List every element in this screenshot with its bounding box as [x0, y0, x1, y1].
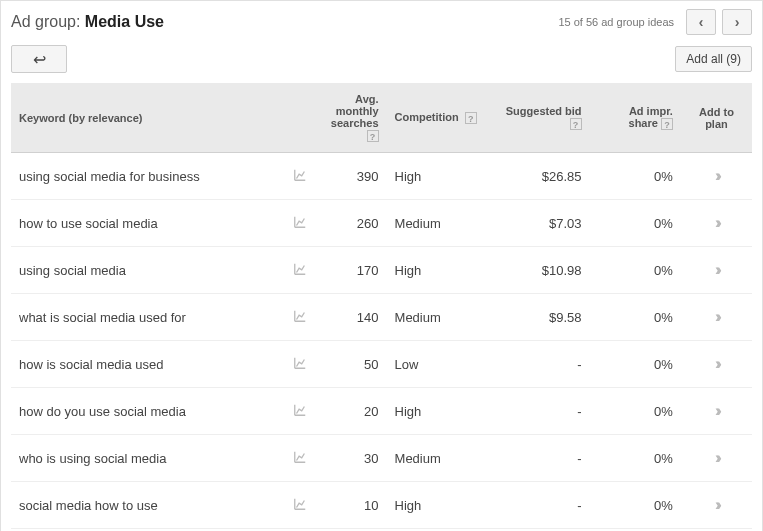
bid-cell: $9.58: [488, 294, 590, 341]
add-all-button[interactable]: Add all (9): [675, 46, 752, 72]
table-row: what is social media used for140Medium$9…: [11, 294, 752, 341]
share-cell: 0%: [590, 435, 681, 482]
competition-cell: High: [387, 482, 489, 529]
competition-cell: Medium: [387, 435, 489, 482]
chevron-left-icon: ‹: [699, 14, 704, 30]
bid-cell: -: [488, 435, 590, 482]
table-row: how is social media used50Low-0%››: [11, 341, 752, 388]
searches-cell: 170: [316, 247, 387, 294]
add-to-plan-button[interactable]: ››: [715, 355, 718, 372]
bid-cell: -: [488, 341, 590, 388]
keyword-cell: how do you use social media: [11, 388, 285, 435]
back-arrow-icon: ↩: [33, 50, 46, 69]
keyword-cell: social media how to use: [11, 482, 285, 529]
table-row: how do you use social media20High-0%››: [11, 388, 752, 435]
bid-cell: -: [488, 482, 590, 529]
table-row: who is using social media30Medium-0%››: [11, 435, 752, 482]
col-header-chart: [285, 83, 315, 153]
searches-cell: 30: [316, 435, 387, 482]
share-cell: 0%: [590, 200, 681, 247]
keyword-cell: what is social media used for: [11, 294, 285, 341]
searches-cell: 140: [316, 294, 387, 341]
add-to-plan-button[interactable]: ››: [715, 449, 718, 466]
help-icon[interactable]: ?: [465, 112, 477, 124]
add-to-plan-button[interactable]: ››: [715, 167, 718, 184]
chart-icon[interactable]: [293, 215, 307, 229]
help-icon[interactable]: ?: [367, 130, 379, 142]
col-header-share[interactable]: Ad impr. share?: [590, 83, 681, 153]
searches-cell: 260: [316, 200, 387, 247]
add-to-plan-button[interactable]: ››: [715, 402, 718, 419]
chart-icon[interactable]: [293, 497, 307, 511]
col-header-add: Add to plan: [681, 83, 752, 153]
competition-cell: High: [387, 388, 489, 435]
keyword-cell: using social media for business: [11, 153, 285, 200]
keyword-cell: who is using social media: [11, 435, 285, 482]
table-row: using social media for business390High$2…: [11, 153, 752, 200]
bid-cell: $26.85: [488, 153, 590, 200]
searches-cell: 20: [316, 388, 387, 435]
title-prefix: Ad group:: [11, 13, 80, 30]
bid-cell: $7.03: [488, 200, 590, 247]
table-row: how to use social media260Medium$7.030%›…: [11, 200, 752, 247]
share-cell: 0%: [590, 341, 681, 388]
keyword-cell: how to use social media: [11, 200, 285, 247]
chart-icon[interactable]: [293, 309, 307, 323]
help-icon[interactable]: ?: [661, 118, 673, 130]
searches-cell: 390: [316, 153, 387, 200]
col-header-bid[interactable]: Suggested bid ?: [488, 83, 590, 153]
prev-button[interactable]: ‹: [686, 9, 716, 35]
chevron-right-icon: ›: [735, 14, 740, 30]
col-header-keyword[interactable]: Keyword (by relevance): [11, 83, 285, 153]
keyword-cell: how is social media used: [11, 341, 285, 388]
back-button[interactable]: ↩: [11, 45, 67, 73]
competition-cell: Medium: [387, 294, 489, 341]
keyword-table: Keyword (by relevance) Avg. monthly sear…: [11, 83, 752, 531]
table-row: social media how to use10High-0%››: [11, 482, 752, 529]
add-to-plan-button[interactable]: ››: [715, 308, 718, 325]
col-header-competition[interactable]: Competition ?: [387, 83, 489, 153]
chart-icon[interactable]: [293, 262, 307, 276]
bid-cell: $10.98: [488, 247, 590, 294]
competition-cell: Low: [387, 341, 489, 388]
chart-icon[interactable]: [293, 450, 307, 464]
help-icon[interactable]: ?: [570, 118, 582, 130]
col-header-searches[interactable]: Avg. monthly searches?: [316, 83, 387, 153]
searches-cell: 50: [316, 341, 387, 388]
table-row: using social media170High$10.980%››: [11, 247, 752, 294]
keyword-cell: using social media: [11, 247, 285, 294]
competition-cell: High: [387, 247, 489, 294]
share-cell: 0%: [590, 294, 681, 341]
add-to-plan-button[interactable]: ››: [715, 214, 718, 231]
pager-counter: 15 of 56 ad group ideas: [558, 16, 674, 28]
page-title: Ad group: Media Use: [11, 13, 164, 31]
add-to-plan-button[interactable]: ››: [715, 261, 718, 278]
share-cell: 0%: [590, 153, 681, 200]
competition-cell: Medium: [387, 200, 489, 247]
ad-group-name: Media Use: [85, 13, 164, 30]
bid-cell: -: [488, 388, 590, 435]
add-to-plan-button[interactable]: ››: [715, 496, 718, 513]
searches-cell: 10: [316, 482, 387, 529]
next-button[interactable]: ›: [722, 9, 752, 35]
chart-icon[interactable]: [293, 403, 307, 417]
share-cell: 0%: [590, 388, 681, 435]
share-cell: 0%: [590, 247, 681, 294]
chart-icon[interactable]: [293, 168, 307, 182]
share-cell: 0%: [590, 482, 681, 529]
chart-icon[interactable]: [293, 356, 307, 370]
competition-cell: High: [387, 153, 489, 200]
